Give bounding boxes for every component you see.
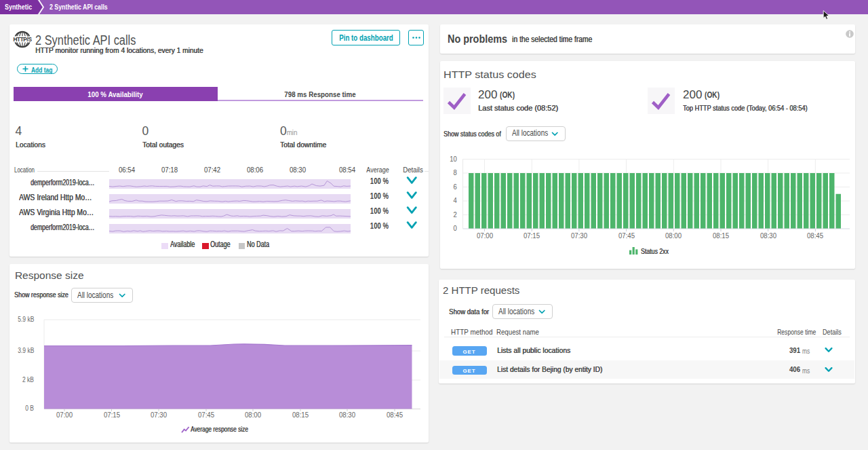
svg-text:HTTP/S: HTTP/S (13, 36, 32, 43)
